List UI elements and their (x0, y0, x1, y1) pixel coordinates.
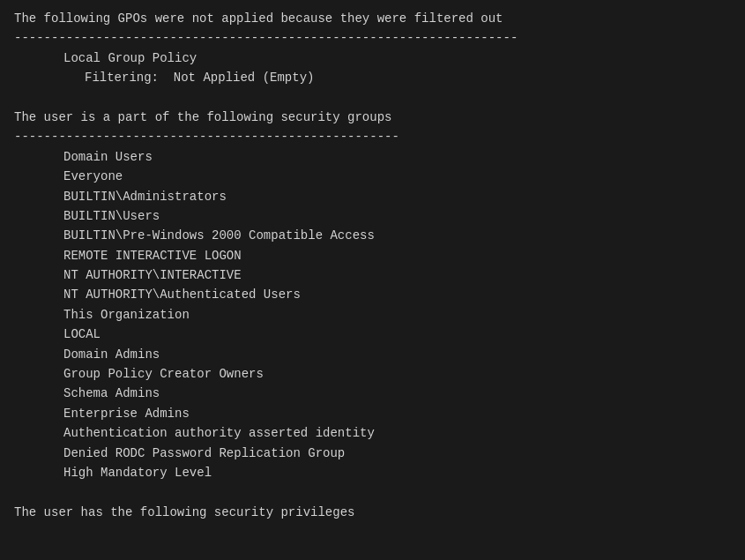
terminal-line: LOCAL (14, 325, 731, 344)
terminal-line: Domain Users (14, 147, 731, 167)
terminal-line: BUILTIN\Users (14, 206, 731, 226)
terminal-line: BUILTIN\Administrators (14, 187, 731, 206)
terminal-line: Local Group Policy (14, 49, 731, 68)
terminal-line: The user has the following security priv… (14, 503, 731, 522)
separator-line: ----------------------------------------… (14, 127, 731, 146)
terminal-line: Group Policy Creator Owners (14, 364, 731, 384)
terminal-line: NT AUTHORITY\INTERACTIVE (14, 265, 731, 285)
terminal-line: Authentication authority asserted identi… (14, 423, 731, 443)
terminal-line: Schema Admins (14, 384, 731, 403)
blank-line (14, 88, 731, 108)
blank-line (14, 482, 731, 502)
terminal-line: NT AUTHORITY\Authenticated Users (14, 285, 731, 304)
separator-line: ----------------------------------------… (14, 28, 731, 48)
terminal-line: Denied RODC Password Replication Group (14, 444, 731, 463)
terminal-line: Filtering: Not Applied (Empty) (14, 68, 731, 87)
terminal-line: High Mandatory Level (14, 463, 731, 482)
terminal-line: Everyone (14, 167, 731, 186)
terminal-line: REMOTE INTERACTIVE LOGON (14, 246, 731, 265)
terminal-line: The user is a part of the following secu… (14, 108, 731, 127)
terminal-line: Domain Admins (14, 345, 731, 364)
terminal-line: BUILTIN\Pre-Windows 2000 Compatible Acce… (14, 226, 731, 245)
terminal-line: This Organization (14, 305, 731, 325)
terminal-line: The following GPOs were not applied beca… (14, 9, 731, 28)
terminal-container: The following GPOs were not applied beca… (14, 9, 731, 522)
terminal-line: Enterprise Admins (14, 404, 731, 423)
